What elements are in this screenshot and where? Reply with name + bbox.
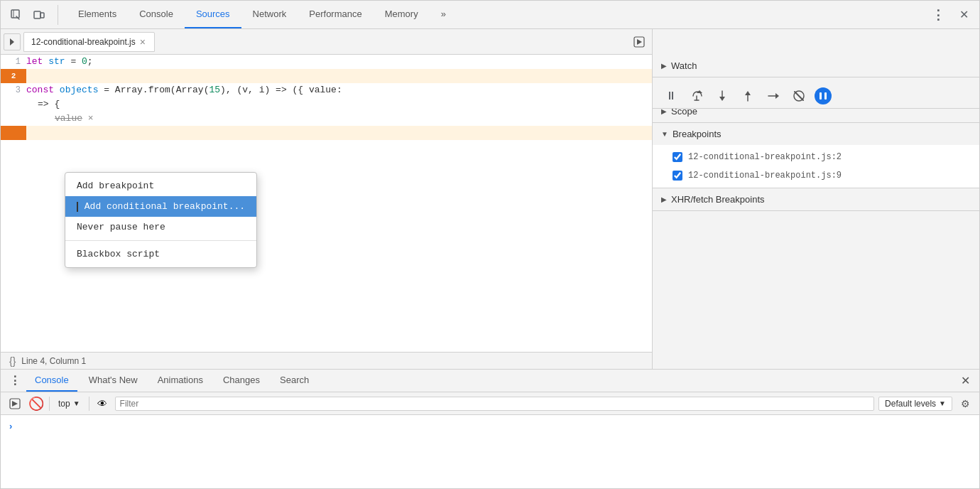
- tab-more[interactable]: »: [430, 1, 457, 28]
- step-out-btn[interactable]: [738, 86, 758, 106]
- console-chevron: ›: [9, 421, 12, 431]
- device-toggle-icon[interactable]: [29, 5, 49, 25]
- watch-label: Watch: [671, 60, 697, 71]
- cursor-indicator: [77, 202, 78, 212]
- tab-elements[interactable]: Elements: [67, 1, 128, 28]
- tab-sources[interactable]: Sources: [185, 1, 241, 28]
- console-context-selector[interactable]: top ▼: [54, 397, 85, 410]
- console-context-label: top: [58, 399, 70, 409]
- xhr-fetch-label: XHR/fetch Breakpoints: [671, 194, 765, 205]
- svg-marker-15: [775, 93, 779, 99]
- svg-rect-2: [34, 11, 40, 18]
- code-area[interactable]: 1 let str = 0; 2 3 const objects = Array…: [1, 55, 652, 352]
- console-prompt: ›: [9, 421, 971, 431]
- settings-btn[interactable]: ⚙: [957, 395, 974, 412]
- breakpoint-checkbox-1[interactable]: [673, 152, 682, 162]
- ctx-add-conditional-breakpoint[interactable]: Add conditional breakpoint...: [65, 196, 256, 217]
- svg-rect-18: [820, 92, 822, 100]
- devtools-window: Elements Console Sources Network Perform…: [0, 0, 980, 489]
- code-line-4: => {: [1, 97, 652, 112]
- console-menu-btn[interactable]: ⋮: [6, 372, 23, 389]
- svg-rect-0: [11, 10, 19, 18]
- format-icon[interactable]: {}: [9, 355, 16, 367]
- default-levels-btn[interactable]: Default levels ▼: [878, 397, 952, 411]
- xhr-fetch-arrow: ▶: [661, 195, 667, 203]
- tab-memory[interactable]: Memory: [374, 1, 430, 28]
- filter-input[interactable]: [115, 397, 874, 411]
- deactivate-breakpoints-btn[interactable]: [789, 86, 809, 106]
- svg-marker-4: [10, 38, 14, 45]
- breakpoint-file-2: 12-conditional-breakpoint.js:9: [688, 171, 842, 181]
- no-icon-btn[interactable]: 🚫: [28, 395, 45, 412]
- code-line-2: 2: [1, 69, 652, 83]
- tab-network[interactable]: Network: [241, 1, 298, 28]
- line-content-5: value ×: [26, 112, 652, 126]
- toggle-sidebar-btn[interactable]: [4, 33, 21, 50]
- toolbar-right: ⋮ ✕: [928, 5, 974, 25]
- step-btn[interactable]: [763, 86, 783, 106]
- close-devtools-btn[interactable]: ✕: [954, 5, 974, 25]
- console-tab-search[interactable]: Search: [271, 370, 317, 392]
- breakpoint-item-1: 12-conditional-breakpoint.js:2: [653, 148, 979, 166]
- watch-header[interactable]: ▶ Watch: [653, 55, 979, 77]
- svg-rect-3: [40, 13, 44, 18]
- console-divider-2: [89, 397, 89, 411]
- svg-rect-19: [824, 92, 827, 100]
- watch-section: ▶ Watch: [653, 55, 979, 77]
- code-line-1: 1 let str = 0;: [1, 55, 652, 69]
- step-over-btn[interactable]: [687, 86, 707, 106]
- console-tab-animations[interactable]: Animations: [149, 370, 212, 392]
- tab-performance[interactable]: Performance: [298, 1, 373, 28]
- status-bar: {} Line 4, Column 1: [1, 352, 652, 369]
- xhr-fetch-header[interactable]: ▶ XHR/fetch Breakpoints: [653, 188, 979, 210]
- more-options-btn[interactable]: ⋮: [928, 5, 948, 25]
- line-number-1: 1: [1, 55, 26, 69]
- breakpoints-section: ▼ Breakpoints 12-conditional-breakpoint.…: [653, 123, 979, 188]
- ctx-menu-divider: [65, 240, 256, 241]
- console-tab-whats-new[interactable]: What's New: [80, 370, 146, 392]
- line-content-3: const objects = Array.from(Array(15), (v…: [26, 83, 652, 97]
- inspect-element-icon[interactable]: [6, 5, 26, 25]
- tab-console[interactable]: Console: [128, 1, 185, 28]
- line-content-1: let str = 0;: [26, 55, 652, 69]
- console-divider-1: [49, 397, 50, 411]
- sources-panel: 12-conditional-breakpoint.js × ⏸: [1, 29, 653, 369]
- svg-marker-13: [745, 91, 751, 95]
- breakpoint-marker-2: 2: [1, 69, 26, 83]
- svg-marker-6: [637, 39, 642, 45]
- svg-line-16: [795, 92, 803, 100]
- right-panel: ▶ Watch ▶ Call Stack ▶ Scope: [653, 29, 979, 369]
- console-close-btn[interactable]: ✕: [957, 372, 974, 389]
- pause-on-exceptions-btn[interactable]: [815, 87, 832, 104]
- eye-btn[interactable]: 👁: [94, 395, 111, 412]
- file-tab-bar: 12-conditional-breakpoint.js ×: [1, 29, 652, 55]
- ctx-add-breakpoint[interactable]: Add breakpoint: [65, 176, 256, 196]
- file-tab[interactable]: 12-conditional-breakpoint.js ×: [23, 32, 155, 52]
- console-tab-changes[interactable]: Changes: [214, 370, 268, 392]
- step-into-btn[interactable]: [712, 86, 732, 106]
- file-tab-close-btn[interactable]: ×: [140, 36, 146, 48]
- breakpoint-checkbox-2[interactable]: [673, 171, 682, 181]
- code-line-6: [1, 126, 652, 140]
- ctx-never-pause-here[interactable]: Never pause here: [65, 217, 256, 237]
- console-content[interactable]: ›: [1, 415, 979, 488]
- ctx-blackbox-script[interactable]: Blackbox script: [65, 244, 256, 264]
- console-tab-console[interactable]: Console: [26, 370, 77, 392]
- bottom-console: ⋮ Console What's New Animations Changes …: [1, 369, 979, 488]
- console-context-arrow: ▼: [73, 399, 80, 407]
- breakpoints-label: Breakpoints: [673, 129, 722, 139]
- breakpoints-list: 12-conditional-breakpoint.js:2 12-condit…: [653, 145, 979, 188]
- svg-marker-11: [719, 97, 725, 101]
- pause-btn[interactable]: ⏸: [661, 86, 681, 106]
- console-toolbar: 🚫 top ▼ 👁 Default levels ▼ ⚙: [1, 392, 979, 415]
- file-tab-name: 12-conditional-breakpoint.js: [31, 37, 136, 47]
- default-levels-arrow: ▼: [939, 399, 946, 407]
- line-content-4: => {: [26, 97, 652, 112]
- console-tab-bar: ⋮ Console What's New Animations Changes …: [1, 370, 979, 392]
- line-number-3: 3: [1, 83, 26, 97]
- breakpoints-header[interactable]: ▼ Breakpoints: [653, 123, 979, 145]
- toolbar-icons: [6, 5, 58, 25]
- clear-console-btn[interactable]: [6, 395, 23, 412]
- run-file-btn[interactable]: [629, 32, 649, 52]
- breakpoint-file-1: 12-conditional-breakpoint.js:2: [688, 152, 842, 162]
